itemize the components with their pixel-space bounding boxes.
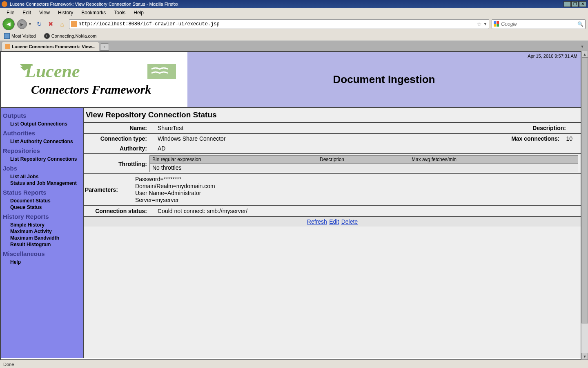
history-dropdown-icon[interactable]: ▼ [28, 22, 32, 26]
sidebar-link-status-mgmt[interactable]: Status and Job Management [3, 180, 81, 186]
app-header: Lucene Connectors Framework Apr 15, 2010… [1, 52, 581, 108]
edit-link[interactable]: Edit [329, 218, 339, 225]
sidebar-link-list-jobs[interactable]: List all Jobs [3, 173, 81, 180]
tab-bar: Lucene Connectors Framework: View... + ▼ [0, 41, 588, 51]
search-bar[interactable]: 🔍 [492, 19, 586, 29]
tab-favicon-icon [5, 44, 10, 49]
sidebar-link-max-activity[interactable]: Maximum Activity [3, 228, 81, 235]
vertical-scrollbar[interactable]: ▲ ▼ [581, 51, 588, 360]
url-dropdown-icon[interactable]: ▼ [483, 22, 487, 26]
page-favicon-icon [71, 21, 77, 27]
label-connection-status: Connection status: [84, 206, 149, 216]
sidebar-link-max-bandwidth[interactable]: Maximum Bandwidth [3, 235, 81, 241]
label-description: Description: [530, 123, 568, 133]
home-button[interactable]: ⌂ [58, 20, 67, 29]
sidebar-link-doc-status[interactable]: Document Status [3, 197, 81, 204]
tab-title: Lucene Connectors Framework: View... [12, 44, 96, 49]
scroll-down-button[interactable]: ▼ [581, 353, 588, 360]
throttle-col-desc: Description [320, 157, 412, 162]
content-area: Lucene Connectors Framework Apr 15, 2010… [0, 51, 588, 360]
throttle-col-bin: Bin regular expression [152, 157, 320, 162]
menu-bookmarks[interactable]: Bookmarks [77, 9, 110, 16]
menu-view[interactable]: View [35, 9, 54, 16]
window-title: Lucene Connectors Framework: View Reposi… [10, 2, 564, 7]
browser-tab[interactable]: Lucene Connectors Framework: View... [2, 42, 99, 51]
svg-rect-0 [494, 21, 496, 24]
sidebar-link-queue-status[interactable]: Queue Status [3, 204, 81, 211]
sidebar-link-simple-history[interactable]: Simple History [3, 222, 81, 228]
action-bar: Refresh Edit Delete [84, 217, 581, 227]
nokia-icon: i [44, 33, 50, 39]
status-text: Done [3, 362, 14, 367]
value-description [568, 123, 581, 133]
sidebar-heading-outputs: Outputs [3, 112, 81, 119]
bookmark-most-visited[interactable]: Most Visited [2, 32, 38, 40]
svg-rect-3 [497, 24, 499, 27]
sidebar-heading-misc: Miscellaneous [3, 250, 81, 257]
bookmark-star-icon[interactable]: ☆ [477, 21, 482, 27]
menu-bar: File Edit View History Bookmarks Tools H… [0, 8, 588, 17]
label-max-connections: Max connections: [509, 134, 562, 144]
header-title: Document Ingestion [333, 73, 435, 86]
sidebar-heading-history-reports: History Reports [3, 213, 81, 220]
sidebar-link-list-output[interactable]: List Output Connections [3, 121, 81, 127]
scroll-thumb[interactable] [581, 58, 588, 323]
bookmark-label: Connecting.Nokia.com [51, 34, 97, 38]
google-icon [494, 21, 499, 27]
sidebar-heading-authorities: Authorities [3, 130, 81, 137]
param-domain: Domain/Realm=mydomain.com [135, 183, 215, 190]
sidebar-heading-jobs: Jobs [3, 165, 81, 172]
svg-rect-2 [494, 24, 496, 27]
label-authority: Authority: [84, 144, 149, 153]
minimize-button[interactable]: _ [564, 1, 571, 7]
svg-text:Connectors Framework: Connectors Framework [31, 83, 151, 96]
firefox-icon [2, 1, 7, 7]
maximize-button[interactable]: ❐ [571, 1, 579, 7]
param-server: Server=myserver [135, 197, 215, 204]
label-connection-type: Connection type: [84, 134, 149, 144]
sidebar-link-result-histogram[interactable]: Result Histogram [3, 241, 81, 248]
close-window-button[interactable]: ✕ [579, 1, 586, 7]
menu-edit[interactable]: Edit [18, 9, 35, 16]
svg-rect-1 [497, 21, 499, 24]
scroll-up-button[interactable]: ▲ [581, 51, 588, 58]
back-button[interactable]: ◄ [2, 18, 15, 30]
bookmark-nokia[interactable]: i Connecting.Nokia.com [42, 32, 98, 40]
url-bar[interactable]: ☆ ▼ [69, 19, 489, 29]
header-timestamp: Apr 15, 2010 9:57:31 AM [528, 54, 577, 58]
menu-help[interactable]: Help [129, 9, 148, 16]
sidebar-link-help[interactable]: Help [3, 259, 81, 265]
sidebar: Outputs List Output Connections Authorit… [1, 108, 83, 358]
param-user: User Name=Administrator [135, 190, 215, 197]
label-throttling: Throttling: [84, 159, 149, 169]
throttling-table: Bin regular expression Description Max a… [149, 155, 578, 172]
delete-link[interactable]: Delete [341, 218, 358, 225]
menu-history[interactable]: History [54, 9, 77, 16]
url-input[interactable] [78, 21, 475, 27]
sidebar-link-list-repo[interactable]: List Repository Connections [3, 156, 81, 162]
refresh-link[interactable]: Refresh [307, 218, 327, 225]
param-password: Password=******** [135, 176, 215, 183]
value-name: ShareTest [149, 123, 187, 133]
value-authority: AD [149, 144, 169, 153]
menu-tools[interactable]: Tools [110, 9, 129, 16]
new-tab-button[interactable]: + [100, 43, 109, 51]
sidebar-heading-status-reports: Status Reports [3, 189, 81, 196]
reload-button[interactable]: ↻ [35, 20, 44, 29]
svg-rect-5 [147, 64, 176, 79]
status-bar: Done [0, 360, 588, 368]
sidebar-heading-repositories: Repositories [3, 147, 81, 154]
window-titlebar: Lucene Connectors Framework: View Reposi… [0, 0, 588, 8]
value-parameters: Password=******** Domain/Realm=mydomain.… [131, 174, 219, 205]
sidebar-link-list-auth[interactable]: List Authority Connections [3, 138, 81, 145]
label-name: Name: [84, 123, 149, 133]
app-logo: Lucene Connectors Framework [1, 52, 187, 107]
page-title: View Repository Connection Status [84, 108, 581, 122]
menu-file[interactable]: File [2, 9, 18, 16]
search-go-icon[interactable]: 🔍 [577, 21, 584, 27]
search-input[interactable] [501, 21, 576, 27]
forward-button[interactable]: ► [17, 19, 27, 29]
value-connection-type: Windows Share Connector [149, 134, 230, 144]
tab-list-button[interactable]: ▼ [578, 43, 586, 51]
stop-button[interactable]: ✖ [46, 20, 55, 29]
